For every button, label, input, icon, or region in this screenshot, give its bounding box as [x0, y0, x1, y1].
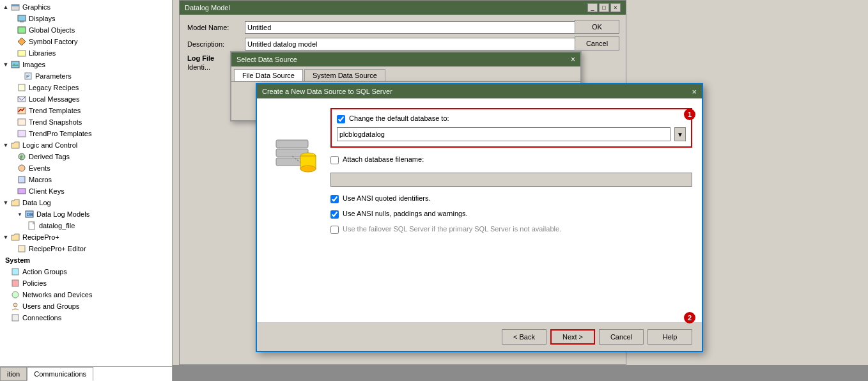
global-objects-icon [17, 25, 27, 35]
derived-tags-icon: ∂ [17, 152, 27, 162]
expand-icon-datalog: ▼ [3, 199, 9, 206]
sidebar-item-data-log-models[interactable]: ▼ DB Data Log Models [0, 208, 172, 220]
sidebar-item-recipepro[interactable]: ▼ RecipePro+ [0, 231, 172, 243]
sidebar-item-derived-tags[interactable]: ∂ Derived Tags [0, 151, 172, 162]
sidebar-scroll[interactable]: ▲ Graphics Displays [0, 0, 172, 362]
sidebar-item-graphics[interactable]: ▲ Graphics [0, 1, 172, 13]
svg-point-35 [300, 166, 316, 172]
sidebar-item-macros[interactable]: Macros [0, 174, 172, 185]
sidebar-item-events[interactable]: Events [0, 162, 172, 174]
create-ds-close-btn[interactable]: × [692, 87, 697, 97]
data-log-models-icon: DB [24, 209, 35, 219]
select-ds-content [236, 88, 238, 95]
svg-rect-2 [18, 15, 26, 21]
sidebar-item-networks[interactable]: Networks and Devices [0, 289, 172, 300]
attach-db-checkbox[interactable] [330, 156, 339, 164]
sidebar-item-symbol-factory[interactable]: Symbol Factory [0, 36, 172, 47]
svg-rect-14 [18, 119, 26, 125]
ansi-nulls-label: Use ANSI nulls, paddings and warnings. [343, 210, 468, 217]
ansi-quoted-checkbox[interactable] [330, 195, 339, 203]
graphics-icon [10, 2, 20, 12]
recipepro-editor-icon [17, 244, 27, 254]
sidebar-item-local-messages[interactable]: Local Messages [0, 93, 172, 105]
database-name-input[interactable] [337, 127, 670, 141]
sidebar-item-legacy-recipes[interactable]: Legacy Recipes [0, 82, 172, 93]
cancel-button[interactable]: Cancel [575, 36, 619, 51]
footer-cancel-button[interactable]: Cancel [599, 329, 644, 345]
svg-rect-30 [276, 140, 308, 148]
attach-db-input[interactable] [330, 173, 692, 187]
svg-rect-20 [18, 189, 26, 194]
failover-checkbox[interactable] [330, 226, 339, 234]
expand-icon-graphics: ▲ [3, 4, 9, 10]
sidebar-label-trend-snapshots: Trend Snapshots [29, 118, 82, 126]
sidebar-label-action-groups: Action Groups [22, 268, 67, 276]
sidebar-item-datalog-file[interactable]: datalog_file [0, 220, 172, 231]
sidebar-label-graphics: Graphics [22, 3, 50, 11]
db-input-row: ▼ [337, 127, 686, 141]
sidebar-item-users[interactable]: Users and Groups [0, 300, 172, 312]
maximize-btn[interactable]: □ [599, 3, 609, 12]
bottom-tabs: ition Communications [0, 366, 173, 381]
sidebar-item-trendpro[interactable]: TrendPro Templates [0, 128, 172, 139]
sidebar-item-recipepro-editor[interactable]: RecipePro+ Editor [0, 243, 172, 254]
images-icon [10, 59, 20, 70]
sidebar-item-connections[interactable]: Connections [0, 312, 172, 323]
help-button[interactable]: Help [647, 329, 692, 345]
connections-icon [10, 313, 20, 323]
sidebar-item-data-log[interactable]: ▼ Data Log [0, 197, 172, 208]
sidebar-item-logic-control[interactable]: ▼ Logic and Control [0, 139, 172, 151]
server-icon-area [267, 108, 330, 313]
failover-label: Use the failover SQL Server if the prima… [343, 225, 561, 233]
sidebar-item-trend-snapshots[interactable]: Trend Snapshots [0, 116, 172, 128]
tab-system-data-source[interactable]: System Data Source [304, 69, 385, 81]
sidebar-item-parameters[interactable]: P Parameters [0, 70, 172, 82]
sidebar-item-images[interactable]: ▼ Images [0, 59, 172, 70]
sidebar-item-displays[interactable]: Displays [0, 13, 172, 24]
model-name-label: Model Name: [187, 24, 245, 31]
model-name-row: Model Name: [187, 21, 618, 34]
sidebar-label-users: Users and Groups [22, 302, 79, 310]
description-label: Description: [187, 40, 245, 48]
sidebar-item-action-groups[interactable]: Action Groups [0, 266, 172, 277]
sidebar-item-libraries[interactable]: Libraries [0, 47, 172, 59]
badge-1: 1 [684, 109, 695, 120]
ansi-quoted-row: Use ANSI quoted identifiers. [330, 194, 692, 203]
ok-cancel-area: OK Cancel [575, 20, 619, 51]
svg-rect-19 [19, 176, 25, 183]
svg-point-18 [19, 165, 25, 171]
select-ds-titlebar: Select Data Source × [231, 52, 580, 66]
model-name-input[interactable] [245, 21, 618, 34]
sidebar-item-trend-templates[interactable]: Trend Templates [0, 105, 172, 116]
macros-icon [17, 175, 27, 185]
close-bg-btn[interactable]: × [610, 3, 621, 12]
next-button[interactable]: Next > [550, 329, 595, 345]
ansi-nulls-checkbox[interactable] [330, 210, 339, 219]
tab-communications[interactable]: Communications [27, 367, 93, 381]
back-button[interactable]: < Back [502, 329, 546, 345]
sidebar-label-events: Events [29, 164, 50, 172]
create-ds-titlebar: Create a New Data Source to SQL Server × [257, 84, 702, 98]
change-db-label: Change the default database to: [349, 114, 449, 122]
content-area: Datalog Model _ □ × OK Cancel Model Name… [173, 0, 868, 381]
description-input[interactable] [245, 38, 618, 51]
sidebar-item-global-objects[interactable]: Global Objects [0, 24, 172, 36]
action-groups-icon [10, 267, 20, 277]
failover-row: Use the failover SQL Server if the prima… [330, 225, 692, 234]
select-ds-close-btn[interactable]: × [571, 55, 575, 64]
ok-button[interactable]: OK [575, 20, 619, 34]
svg-text:DB: DB [27, 212, 33, 217]
sidebar-item-policies[interactable]: Policies [0, 277, 172, 289]
svg-point-27 [12, 292, 19, 298]
sidebar-item-client-keys[interactable]: Client Keys [0, 185, 172, 197]
change-db-checkbox[interactable] [337, 115, 345, 123]
minimize-btn[interactable]: _ [587, 3, 598, 12]
client-keys-icon [17, 186, 27, 196]
tab-navigation[interactable]: ition [0, 367, 27, 381]
svg-rect-15 [18, 130, 26, 137]
tab-file-data-source[interactable]: File Data Source [234, 69, 303, 81]
sidebar-label-legacy-recipes: Legacy Recipes [29, 84, 79, 91]
db-dropdown-btn[interactable]: ▼ [674, 127, 686, 141]
change-db-row: Change the default database to: [337, 114, 686, 123]
svg-rect-11 [19, 84, 25, 91]
